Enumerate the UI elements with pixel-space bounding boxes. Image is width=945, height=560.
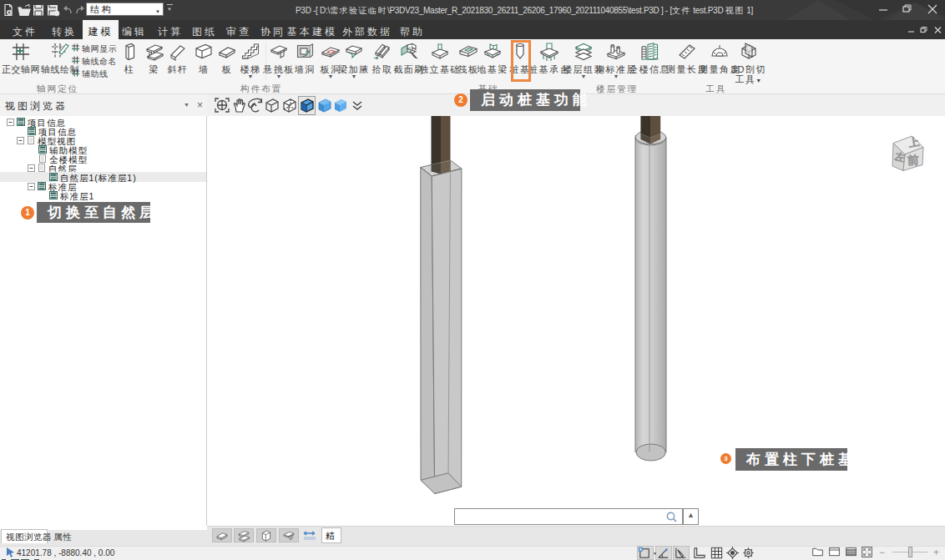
- svg-text:上: 上: [907, 135, 920, 149]
- svg-text:前: 前: [907, 153, 919, 167]
